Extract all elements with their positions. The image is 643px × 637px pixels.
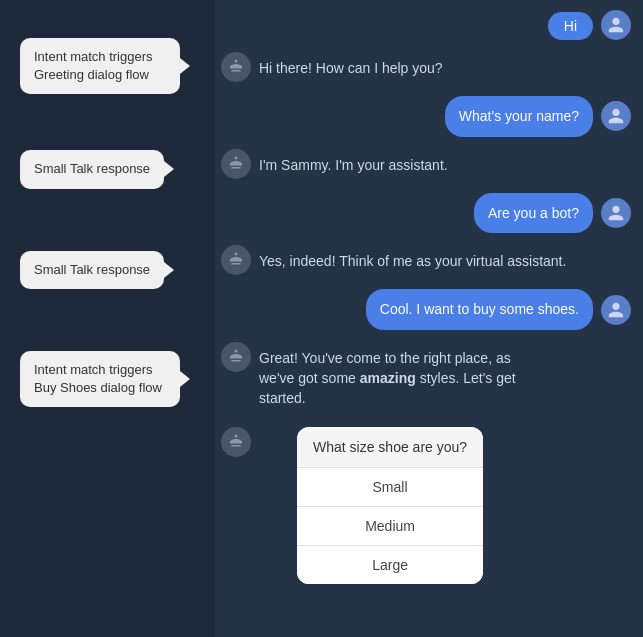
option-medium[interactable]: Medium	[297, 507, 483, 546]
bot-message-3: Yes, indeed! Think of me as your virtual…	[259, 245, 566, 277]
user-icon-1	[607, 107, 625, 125]
chat-row-user1: What's your name?	[221, 96, 631, 136]
annotation-greeting: Intent match triggers Greeting dialog fl…	[0, 38, 215, 94]
bot-icon-5	[227, 433, 245, 451]
chat-row-bot3: Yes, indeed! Think of me as your virtual…	[221, 245, 631, 277]
chat-column: Hi Hi there! How can I help you? What's …	[215, 0, 643, 637]
bot-avatar-2	[221, 149, 251, 179]
annotation-smalltalk2: Small Talk response	[0, 251, 215, 289]
user-message-1: What's your name?	[445, 96, 593, 136]
annotation-bubble-smalltalk2: Small Talk response	[20, 251, 164, 289]
bot-icon-1	[227, 58, 245, 76]
option-small[interactable]: Small	[297, 468, 483, 507]
chat-row-bot4: Great! You've come to the right place, a…	[221, 342, 631, 415]
option-large[interactable]: Large	[297, 546, 483, 584]
annotation-bubble-greeting: Intent match triggers Greeting dialog fl…	[20, 38, 180, 94]
bot-message-1: Hi there! How can I help you?	[259, 52, 443, 84]
hi-bubble: Hi	[548, 12, 593, 40]
spacer-3	[0, 289, 215, 351]
bot-message-2: I'm Sammy. I'm your assistant.	[259, 149, 448, 181]
user-icon-2	[607, 204, 625, 222]
bot-icon-4	[227, 348, 245, 366]
annotation-bubble-smalltalk1: Small Talk response	[20, 150, 164, 188]
bot-avatar-5	[221, 427, 251, 457]
chat-row-bot2: I'm Sammy. I'm your assistant.	[221, 149, 631, 181]
spacer-1	[0, 94, 215, 150]
bot-avatar-3	[221, 245, 251, 275]
user-avatar-2	[601, 198, 631, 228]
annotation-buyshoes: Intent match triggers Buy Shoes dialog f…	[0, 351, 215, 407]
options-card: What size shoe are you? Small Medium Lar…	[297, 427, 483, 584]
user-icon	[607, 16, 625, 34]
user-avatar-1	[601, 101, 631, 131]
bot-avatar-1	[221, 52, 251, 82]
options-title: What size shoe are you?	[297, 427, 483, 468]
user-icon-3	[607, 301, 625, 319]
bot-icon-2	[227, 155, 245, 173]
user-avatar-3	[601, 295, 631, 325]
chat-row-options: What size shoe are you? Small Medium Lar…	[221, 427, 631, 584]
main-container: Intent match triggers Greeting dialog fl…	[0, 0, 643, 637]
user-avatar-hi	[601, 10, 631, 40]
annotations-column: Intent match triggers Greeting dialog fl…	[0, 0, 215, 637]
bot-icon-3	[227, 251, 245, 269]
chat-row-hi: Hi	[221, 10, 631, 40]
annotation-smalltalk1: Small Talk response	[0, 150, 215, 188]
user-message-3: Cool. I want to buy some shoes.	[366, 289, 593, 329]
chat-row-user3: Cool. I want to buy some shoes.	[221, 289, 631, 329]
annotation-bubble-buyshoes: Intent match triggers Buy Shoes dialog f…	[20, 351, 180, 407]
bot-avatar-4	[221, 342, 251, 372]
chat-row-bot1: Hi there! How can I help you?	[221, 52, 631, 84]
spacer-2	[0, 189, 215, 251]
bot-message-4: Great! You've come to the right place, a…	[259, 342, 549, 415]
user-message-2: Are you a bot?	[474, 193, 593, 233]
chat-row-user2: Are you a bot?	[221, 193, 631, 233]
